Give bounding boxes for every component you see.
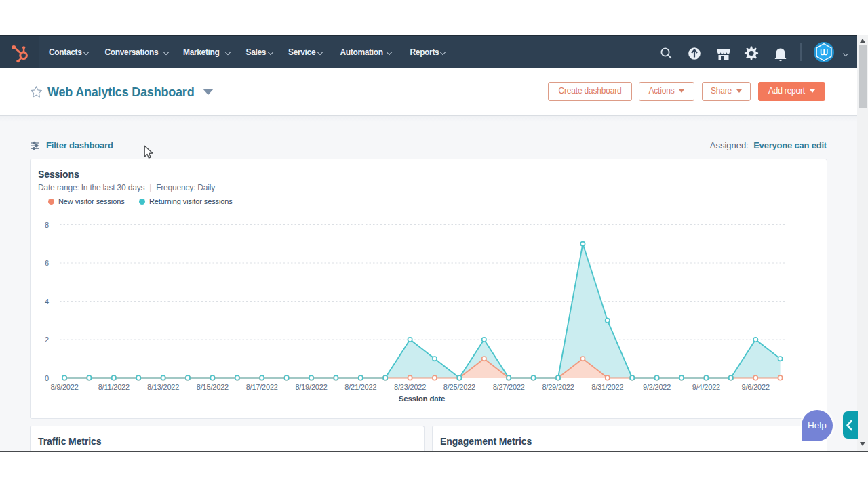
svg-text:8/29/2022: 8/29/2022 [542,383,574,391]
svg-text:8: 8 [45,221,49,229]
svg-text:8/19/2022: 8/19/2022 [295,383,327,391]
svg-text:8/15/2022: 8/15/2022 [197,383,229,391]
svg-text:8/23/2022: 8/23/2022 [394,383,426,391]
svg-text:8/11/2022: 8/11/2022 [98,383,130,391]
svg-text:8/9/2022: 8/9/2022 [50,383,78,391]
svg-text:6: 6 [45,259,49,267]
svg-text:8/13/2022: 8/13/2022 [147,383,179,391]
svg-text:8/21/2022: 8/21/2022 [344,383,376,391]
svg-text:9/4/2022: 9/4/2022 [692,383,720,391]
svg-text:4: 4 [45,298,49,306]
svg-text:9/6/2022: 9/6/2022 [742,383,770,391]
svg-text:8/27/2022: 8/27/2022 [493,383,525,391]
svg-text:2: 2 [45,336,49,344]
svg-text:9/2/2022: 9/2/2022 [643,383,671,391]
svg-text:8/17/2022: 8/17/2022 [246,383,278,391]
svg-text:8/25/2022: 8/25/2022 [443,383,475,391]
svg-text:8/31/2022: 8/31/2022 [591,383,623,391]
svg-text:Session date: Session date [399,394,446,403]
svg-text:0: 0 [45,374,49,382]
